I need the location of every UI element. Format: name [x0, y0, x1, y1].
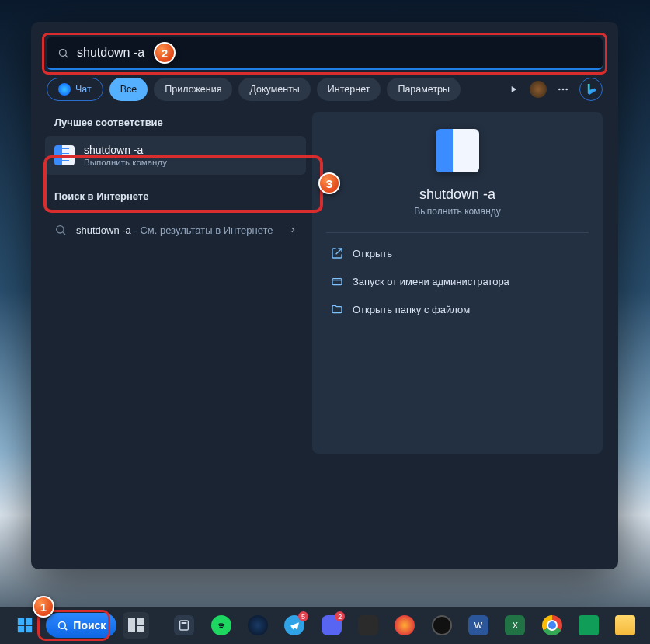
search-web-heading: Поиск в Интернете [45, 186, 306, 210]
preview-pane: shutdown -a Выполнить команду Открыть За… [312, 112, 603, 454]
filter-apps[interactable]: Приложения [154, 78, 232, 101]
action-open[interactable]: Открыть [326, 239, 589, 267]
taskbar-app-word[interactable]: W [463, 610, 493, 641]
svg-rect-11 [26, 626, 32, 632]
svg-point-5 [57, 226, 64, 233]
taskbar-app-explorer[interactable] [610, 610, 641, 641]
result-subtitle: Выполнить команду [84, 158, 167, 167]
more-icon[interactable] [553, 79, 573, 99]
best-match-result[interactable]: shutdown -a Выполнить команду [45, 136, 306, 175]
filter-docs[interactable]: Документы [238, 78, 310, 101]
taskbar-app-excel[interactable]: X [500, 610, 530, 641]
preview-subtitle: Выполнить команду [326, 206, 589, 217]
result-title: shutdown -a [84, 144, 167, 156]
action-open-folder[interactable]: Открыть папку с файлом [326, 295, 589, 323]
step-badge-1: 1 [33, 596, 54, 618]
taskbar-app-chrome[interactable] [537, 610, 567, 641]
svg-line-13 [65, 628, 68, 630]
user-avatar[interactable] [530, 81, 547, 98]
action-admin-label: Запуск от имени администратора [353, 276, 509, 287]
badge-count: 5 [298, 611, 308, 621]
filter-chat-label: Чат [75, 84, 92, 95]
step-badge-2: 2 [154, 42, 176, 64]
action-folder-label: Открыть папку с файлом [353, 304, 470, 315]
chevron-right-icon [289, 225, 297, 235]
bing-chat-button[interactable] [579, 78, 603, 101]
action-open-label: Открыть [353, 248, 392, 259]
badge-count: 2 [335, 611, 345, 621]
search-icon [54, 224, 67, 236]
taskbar-search-label: Поиск [73, 619, 106, 632]
web-result-text: shutdown -a - См. результаты в Интернете [76, 225, 273, 236]
run-command-icon [54, 145, 75, 165]
step-badge-3: 3 [318, 172, 340, 194]
open-icon [331, 247, 343, 259]
svg-point-3 [562, 89, 565, 91]
filter-docs-label: Документы [249, 84, 299, 95]
folder-icon [331, 303, 343, 315]
bing-logo-icon [586, 84, 596, 95]
svg-rect-14 [180, 621, 189, 630]
svg-rect-8 [18, 618, 24, 625]
filter-apps-label: Приложения [165, 84, 221, 95]
bing-icon [58, 83, 71, 96]
preview-app-icon [436, 129, 479, 172]
taskbar-search-button[interactable]: Поиск [46, 613, 116, 638]
task-view-button[interactable] [123, 612, 148, 639]
svg-line-6 [63, 232, 65, 235]
svg-point-4 [565, 89, 568, 91]
web-result-query: shutdown -a [76, 225, 131, 236]
filter-bar: Чат Все Приложения Документы Интернет Па… [31, 78, 618, 112]
svg-point-0 [60, 49, 67, 56]
results-column: Лучшее соответствие shutdown -a Выполнит… [39, 112, 312, 454]
svg-line-1 [65, 55, 68, 57]
svg-rect-15 [182, 622, 187, 624]
preview-title: shutdown -a [326, 186, 589, 203]
taskbar: Поиск 5 2 W X [0, 607, 650, 644]
back-icon[interactable] [503, 79, 523, 99]
svg-rect-9 [26, 618, 32, 625]
best-match-heading: Лучшее соответствие [45, 112, 306, 136]
filter-web[interactable]: Интернет [317, 78, 381, 101]
filter-all[interactable]: Все [109, 78, 148, 101]
svg-point-12 [59, 621, 66, 628]
svg-rect-7 [332, 279, 342, 285]
divider [326, 232, 589, 233]
search-bar[interactable] [47, 37, 603, 70]
web-result[interactable]: shutdown -a - См. результаты в Интернете [45, 214, 306, 245]
svg-point-2 [558, 89, 561, 91]
filter-web-label: Интернет [328, 84, 370, 95]
taskbar-app-telegram[interactable]: 5 [280, 610, 310, 641]
taskbar-app-sheets[interactable] [573, 610, 603, 641]
taskbar-app-steam[interactable] [242, 610, 273, 641]
taskbar-app-firefox[interactable] [390, 610, 420, 641]
search-icon [57, 47, 69, 59]
web-result-suffix: - См. результаты в Интернете [131, 225, 273, 236]
taskbar-app-epic[interactable] [353, 610, 383, 641]
taskbar-app-obs[interactable] [426, 610, 457, 641]
filter-settings[interactable]: Параметры [387, 78, 461, 101]
action-run-admin[interactable]: Запуск от имени администратора [326, 267, 589, 295]
filter-all-label: Все [120, 84, 137, 95]
filter-chat[interactable]: Чат [47, 78, 103, 101]
taskbar-app-calculator[interactable] [169, 610, 200, 641]
filter-settings-label: Параметры [398, 84, 450, 95]
search-panel: Чат Все Приложения Документы Интернет Па… [31, 22, 618, 569]
taskbar-app-discord[interactable]: 2 [316, 610, 346, 641]
taskbar-app-spotify[interactable] [206, 610, 236, 641]
shield-icon [331, 275, 343, 287]
svg-rect-10 [18, 626, 24, 632]
